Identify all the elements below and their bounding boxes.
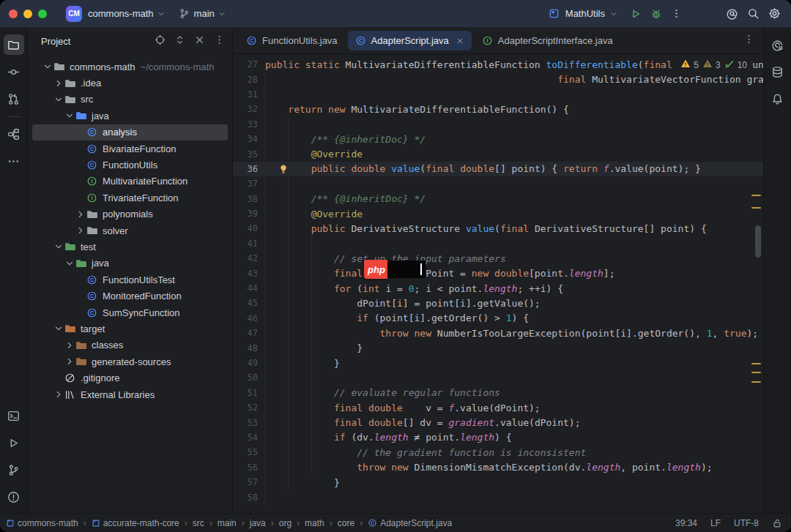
- code-line-44[interactable]: 44 for (int i = 0; i < point.length; ++i…: [233, 281, 763, 296]
- notifications-tool-button[interactable]: [768, 89, 788, 109]
- code-line-32[interactable]: 32 return new MultivariateDifferentiable…: [233, 102, 763, 116]
- chevron-down-icon[interactable]: [53, 241, 64, 252]
- tree-item-polynomials[interactable]: polynomials: [32, 206, 228, 222]
- breadcrumb-item-commons-math[interactable]: commons-math: [6, 518, 78, 528]
- expand-collapse-icon[interactable]: [174, 34, 185, 48]
- warning-stripe-mark[interactable]: [751, 372, 761, 373]
- tab-adapterscript-java[interactable]: CAdapterScript.java: [348, 31, 472, 50]
- tree-item-external-libraries[interactable]: External Libraries: [32, 386, 228, 402]
- tree-item-solver[interactable]: solver: [32, 222, 228, 239]
- code-line-55[interactable]: 55 // the gradient function is inconsist…: [233, 445, 763, 460]
- chevron-down-icon[interactable]: [53, 323, 64, 334]
- more-run-options-icon[interactable]: [671, 8, 682, 19]
- chevron-right-icon[interactable]: [53, 78, 64, 89]
- pull-requests-tool-button[interactable]: [4, 89, 24, 109]
- chevron-right-icon[interactable]: [53, 389, 64, 400]
- problems-tool-button[interactable]: [4, 487, 24, 507]
- code-line-31[interactable]: 31: [233, 87, 763, 102]
- tree-item-multivariatefunction[interactable]: IMultivariateFunction: [32, 173, 228, 190]
- breadcrumb-item-adapterscript-java[interactable]: CAdapterScript.java: [368, 518, 452, 528]
- structure-tool-button[interactable]: [4, 124, 24, 144]
- breadcrumb-item-math[interactable]: math: [305, 518, 324, 528]
- code-line-57[interactable]: 57 }: [233, 475, 763, 490]
- run-tool-button[interactable]: [4, 432, 24, 453]
- code-line-43[interactable]: 43 final double[] dPoint = new double[po…: [233, 266, 763, 280]
- chevron-down-icon[interactable]: [64, 110, 75, 121]
- code-line-37[interactable]: 37: [233, 176, 763, 191]
- ai-assistant-icon[interactable]: [726, 7, 738, 20]
- tree-item-idea[interactable]: .idea: [32, 75, 228, 91]
- tree-item-monitoredfunction[interactable]: CMonitoredFunction: [32, 288, 228, 304]
- code-line-53[interactable]: 53 final double[] dv = gradient.value(dP…: [233, 415, 763, 430]
- minimize-window-button[interactable]: [23, 10, 32, 18]
- project-widget[interactable]: commons-math: [88, 8, 154, 19]
- editor-scrollbar[interactable]: [755, 225, 761, 258]
- hide-panel-icon[interactable]: [194, 34, 205, 48]
- vcs-widget[interactable]: main: [179, 8, 226, 19]
- warning-stripe-mark[interactable]: [751, 381, 761, 383]
- debug-button[interactable]: [650, 8, 662, 20]
- code-line-51[interactable]: 51 // evaluate regular functions: [233, 386, 763, 400]
- breadcrumb-item-accurate-math-core[interactable]: accurate-math-core: [92, 518, 179, 528]
- code-line-28[interactable]: 28 final MultivariateVectorFunction grad…: [233, 72, 763, 86]
- tree-item-target[interactable]: target: [32, 321, 228, 337]
- code-line-33[interactable]: 33: [233, 117, 763, 132]
- tab-functionutils-java[interactable]: CFunctionUtils.java: [239, 31, 345, 50]
- code-line-45[interactable]: 45 dPoint[i] = point[i].getValue();: [233, 296, 763, 310]
- code-line-56[interactable]: 56 throw new DimensionMismatchException(…: [233, 460, 763, 475]
- code-line-35[interactable]: 35 @Override: [233, 146, 763, 161]
- breadcrumb-item-org[interactable]: org: [279, 518, 291, 528]
- file-encoding[interactable]: UTF-8: [734, 518, 759, 528]
- run-configuration-selector[interactable]: MathUtils: [565, 8, 605, 19]
- panel-options-icon[interactable]: [214, 34, 225, 48]
- chevron-down-icon[interactable]: [64, 258, 75, 269]
- project-tool-button[interactable]: [4, 34, 24, 55]
- chevron-right-icon[interactable]: [75, 209, 86, 220]
- caret-position[interactable]: 39:34: [675, 518, 697, 528]
- warning-stripe-mark[interactable]: [751, 195, 761, 196]
- commit-tool-button[interactable]: [4, 61, 24, 82]
- settings-gear-icon[interactable]: [768, 7, 781, 20]
- intention-bulb-icon[interactable]: [278, 164, 289, 176]
- warning-stripe-mark[interactable]: [751, 363, 761, 364]
- tree-item-functionutilstest[interactable]: CFunctionUtilsTest: [32, 271, 228, 288]
- zoom-window-button[interactable]: [38, 10, 47, 18]
- tree-item-src[interactable]: src: [32, 91, 228, 108]
- tree-item-gitignore[interactable]: .gitignore: [32, 370, 228, 386]
- close-window-button[interactable]: [9, 10, 18, 18]
- code-line-54[interactable]: 54 if (dv.length ≠ point.length) {: [233, 430, 763, 445]
- code-editor[interactable]: 27public static MultivariateDifferentiab…: [233, 54, 763, 513]
- locate-file-icon[interactable]: [155, 34, 166, 48]
- code-line-49[interactable]: 49 }: [233, 356, 763, 370]
- run-button[interactable]: [630, 8, 642, 20]
- warning-stripe-mark[interactable]: [751, 207, 761, 209]
- git-tool-button[interactable]: [4, 460, 24, 480]
- tree-item-classes[interactable]: classes: [32, 337, 228, 353]
- chevron-down-icon[interactable]: [42, 61, 53, 72]
- terminal-tool-button[interactable]: [4, 405, 24, 426]
- tree-item-analysis[interactable]: Canalysis: [32, 124, 228, 141]
- tree-item-test[interactable]: test: [32, 239, 228, 255]
- code-line-42[interactable]: 42 // set up the input parameters: [233, 251, 763, 266]
- chevron-down-icon[interactable]: [53, 94, 64, 105]
- code-line-50[interactable]: 50: [233, 370, 763, 385]
- tab-adapterscriptinterface-java[interactable]: IAdapterScriptInterface.java: [475, 31, 620, 50]
- tree-item-functionutils[interactable]: CFunctionUtils: [32, 157, 228, 173]
- chevron-right-icon[interactable]: [75, 225, 86, 236]
- code-line-40[interactable]: 40 public DerivativeStructure value(fina…: [233, 221, 763, 236]
- code-line-38[interactable]: 38 /** {@inheritDoc} */: [233, 192, 763, 206]
- code-line-47[interactable]: 47 throw new NumberIsTooLargeException(p…: [233, 326, 763, 340]
- breadcrumb-item-java[interactable]: java: [250, 518, 266, 528]
- tree-item-generated-sources[interactable]: generated-sources: [32, 353, 228, 370]
- tree-item-bivariatefunction[interactable]: CBivariateFunction: [32, 141, 228, 157]
- ai-chat-tool-button[interactable]: [768, 34, 788, 55]
- code-line-48[interactable]: 48 }: [233, 340, 763, 355]
- chevron-right-icon[interactable]: [64, 340, 75, 351]
- chevron-right-icon[interactable]: [64, 356, 75, 367]
- search-everywhere-icon[interactable]: [747, 7, 760, 20]
- code-line-46[interactable]: 46 if (point[i].getOrder() > 1) {: [233, 311, 763, 326]
- tab-options-icon[interactable]: [743, 34, 754, 48]
- inspection-widget[interactable]: 5 3 10: [676, 57, 751, 72]
- breadcrumb-item-main[interactable]: main: [218, 518, 237, 528]
- code-line-52[interactable]: 52 final double v = f.value(dPoint);: [233, 400, 763, 415]
